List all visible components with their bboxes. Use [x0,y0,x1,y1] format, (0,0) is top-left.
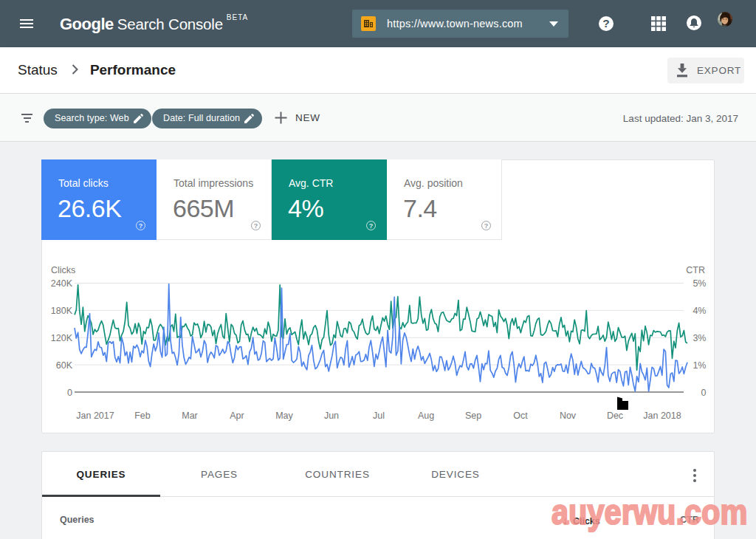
svg-text:Mar: Mar [182,411,198,421]
svg-text:Dec: Dec [607,411,623,421]
svg-text:0: 0 [67,388,72,398]
svg-text:Nov: Nov [560,411,577,421]
svg-text:240K: 240K [51,278,73,289]
svg-text:Apr: Apr [230,411,244,421]
svg-text:Clicks: Clicks [51,265,75,275]
svg-text:120K: 120K [51,333,73,343]
svg-text:180K: 180K [51,306,73,316]
svg-text:3%: 3% [693,333,706,343]
svg-text:1%: 1% [693,360,706,371]
svg-text:Jan 2018: Jan 2018 [643,411,681,421]
svg-text:Jul: Jul [373,411,385,421]
svg-text:Jan 2017: Jan 2017 [76,411,114,421]
svg-text:Aug: Aug [418,411,434,421]
svg-text:4%: 4% [693,306,706,316]
svg-text:Oct: Oct [513,411,528,421]
svg-text:CTR: CTR [686,265,705,275]
svg-text:0: 0 [701,388,707,398]
svg-text:?: ? [602,17,609,30]
svg-text:May: May [275,411,293,421]
svg-text:Sep: Sep [465,411,481,421]
svg-text:Feb: Feb [134,411,151,421]
svg-text:60K: 60K [56,360,73,371]
svg-text:Jun: Jun [324,411,339,421]
svg-text:5%: 5% [693,278,706,289]
